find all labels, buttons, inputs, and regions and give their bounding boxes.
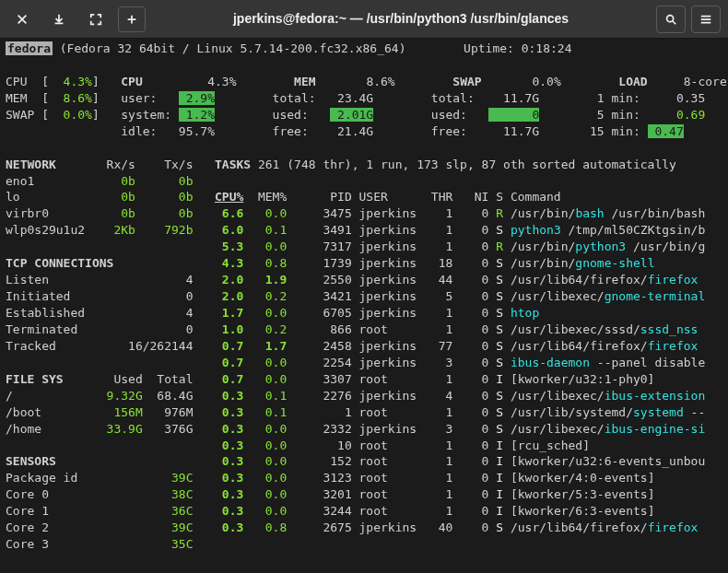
close-icon [16,13,29,26]
hostname: fedora [6,41,53,55]
search-button[interactable] [656,6,686,33]
close-tab-button[interactable] [7,6,37,33]
download-button[interactable] [44,6,74,33]
uptime: 0:18:24 [522,41,572,55]
download-icon [53,13,65,26]
plus-icon [125,13,138,26]
hamburger-icon [699,13,712,26]
svg-point-0 [667,15,674,21]
titlebar-right [656,6,721,33]
fullscreen-button[interactable] [81,6,111,33]
new-tab-button[interactable] [118,6,146,32]
window-titlebar: jperkins@fedora:~ — /usr/bin/python3 /us… [0,0,728,39]
window-title: jperkins@fedora:~ — /usr/bin/python3 /us… [153,10,649,28]
menu-button[interactable] [691,6,721,33]
terminal-output[interactable]: fedora (Fedora 32 64bit / Linux 5.7.14-2… [0,39,728,573]
search-icon [664,13,677,26]
fullscreen-icon [89,13,102,26]
